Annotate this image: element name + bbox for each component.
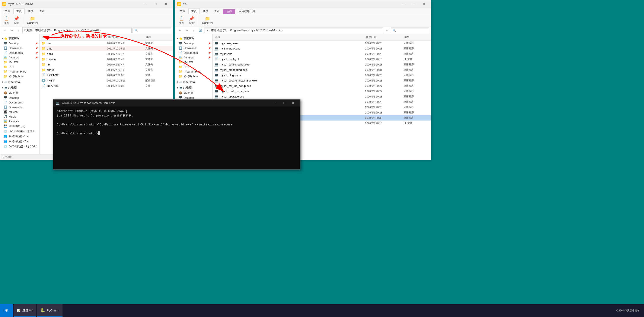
sidebar-item-dvd-e-1[interactable]: 💿DVD 驱动器 (E:) CDI xyxy=(0,129,40,134)
file-row-mysql-embedded[interactable]: 💻 mysql_embedded.exe 2020/6/2 20:31 应用程序 xyxy=(212,67,431,72)
search-box-1[interactable]: 🔍 xyxy=(132,28,171,33)
new-folder-btn-1[interactable]: 📁新建文件夹 xyxy=(25,15,40,26)
sidebar-item-downloads2-1[interactable]: ⬇️Downloads xyxy=(0,105,40,110)
up-btn-2[interactable]: ↑ xyxy=(190,27,196,33)
tab-home-2[interactable]: 主页 xyxy=(188,8,200,14)
tab-manage-2[interactable]: 管理 xyxy=(223,10,235,14)
file-row-readme[interactable]: 📄 README 2020/6/2 19:05 文件 xyxy=(40,83,173,88)
back-btn-1[interactable]: ← xyxy=(2,27,8,33)
maximize-button-1[interactable]: □ xyxy=(151,0,161,8)
onedrive-header-1[interactable]: ▾ ☁️ OneDrive xyxy=(0,80,40,84)
file-row-mysql-plugin[interactable]: 💻 mysql_plugin.exe 2020/6/2 20:28 应用程序 xyxy=(212,72,431,78)
tab-share-2[interactable]: 共享 xyxy=(200,8,211,14)
forward-btn-2[interactable]: → xyxy=(184,27,190,33)
sidebar-item-ppt-2[interactable]: 📁PPT xyxy=(175,64,212,69)
file-row-docs[interactable]: 📁 docs 2020/6/2 20:47 文件夹 xyxy=(40,51,173,56)
cmd-maximize-btn[interactable]: □ xyxy=(280,100,288,106)
address-path-1[interactable]: 此电脑 › 本地磁盘 (C:) › Program Files › mysql-… xyxy=(22,28,132,33)
copy-btn-1[interactable]: 📋复制 xyxy=(2,15,11,26)
sidebar-item-pictures-2[interactable]: 🖼️Pictures📌 xyxy=(175,55,212,60)
file-row-mysql-secure[interactable]: 💻 mysql_secure_installation.exe 2020/6/2… xyxy=(212,78,431,83)
sidebar-item-luffy-2[interactable]: 📁路飞Python xyxy=(175,74,212,79)
search-box-2[interactable]: 🔍 xyxy=(391,28,429,33)
taskbar-item-pycharm[interactable]: 🐍 PyCharm xyxy=(37,304,62,317)
col-type-1[interactable]: 类型 xyxy=(145,35,171,40)
file-row-mysql-ssl[interactable]: 💻 mysql_ssl_rsa_setup.exe 2020/6/2 20:27… xyxy=(212,83,431,88)
file-row-mysql-config-editor[interactable]: 💻 mysql_config_editor.exe 2020/6/2 20:28… xyxy=(212,62,431,67)
sidebar-item-desktop2-1[interactable]: 🖥️Desktop xyxy=(0,95,40,100)
address-path-2[interactable]: ✦ › 本地磁盘 (C:) › Program Files › mysql-5.… xyxy=(204,28,383,33)
file-row-lib[interactable]: 📁 lib 2020/6/2 20:47 文件夹 xyxy=(40,62,173,67)
file-row-mysql-config-pl[interactable]: 📄 mysql_config.pl 2020/6/2 20:18 PL 文件 xyxy=(212,56,431,62)
sidebar-item-net-y-1[interactable]: 🌐网络驱动器 (Y:) xyxy=(0,134,40,139)
file-row-license[interactable]: 📄 LICENSE 2020/6/2 19:05 文件 xyxy=(40,72,173,78)
sidebar-item-dvd-e2-1[interactable]: 💿DVD 驱动器 (E:) CDR( xyxy=(0,144,40,149)
sidebar-item-ppt-1[interactable]: 📁PPT xyxy=(0,64,40,69)
tab-app-tools-2[interactable]: 应用程序工具 xyxy=(236,8,258,14)
maximize-button-2[interactable]: □ xyxy=(409,0,419,8)
close-button-2[interactable]: ✕ xyxy=(419,0,429,8)
refresh-btn-2[interactable]: 🔄 xyxy=(198,27,203,33)
minimize-button-1[interactable]: ─ xyxy=(140,0,150,8)
start-button[interactable]: ⊞ xyxy=(0,304,13,317)
quick-access-header-1[interactable]: ▾ ⭐ 快速访问 xyxy=(0,36,40,41)
back-btn-2[interactable]: ← xyxy=(177,27,183,33)
sidebar-item-macos-1[interactable]: 📁MacOS xyxy=(0,60,40,64)
close-button-1[interactable]: ✕ xyxy=(161,0,171,8)
up-btn-1[interactable]: ↑ xyxy=(16,27,22,33)
file-row-mysumlog[interactable]: 💻 mysumlog.exe 2020/6/2 20:28 应用程序 xyxy=(212,40,431,46)
sidebar-item-desktop-2[interactable]: 🖥️Desktop📌 xyxy=(175,41,212,46)
this-pc-header-2[interactable]: ▾ 💻 此电脑 xyxy=(175,85,212,90)
col-name-2[interactable]: 名称 xyxy=(214,35,365,40)
paste-btn-2[interactable]: 📌粘贴 xyxy=(187,15,196,26)
sidebar-item-luffy-1[interactable]: 📁路飞Python xyxy=(0,74,40,79)
col-name-1[interactable]: 名称 ▲ xyxy=(42,35,107,40)
cmd-minimize-btn[interactable]: ─ xyxy=(271,100,280,106)
col-date-2[interactable]: 修改日期 xyxy=(365,35,404,40)
sidebar-item-3d-1[interactable]: 📦3D 对象 xyxy=(0,90,40,95)
tab-share-1[interactable]: 共享 xyxy=(25,8,36,14)
forward-btn-1[interactable]: → xyxy=(9,27,15,33)
cmd-close-btn[interactable]: ✕ xyxy=(289,100,298,106)
sidebar-item-pictures-1[interactable]: 🖼️Pictures📌 xyxy=(0,55,40,60)
sidebar-item-net-z-1[interactable]: 🌐网络驱动器 (Z:) xyxy=(0,139,40,144)
file-row-include[interactable]: 📁 include 2020/6/2 20:47 文件夹 xyxy=(40,56,173,62)
file-row-mysql[interactable]: 💻 mysql.exe 2020/6/2 20:28 应用程序 xyxy=(212,51,431,56)
this-pc-header-1[interactable]: ▾ 💻 此电脑 xyxy=(0,85,40,90)
file-row-data[interactable]: 📁 data 2021/5/10 15:16 文件夹 xyxy=(40,46,173,51)
file-row-mysql-upgrade[interactable]: 💻 mysql_upgrade.exe 2020/6/2 20:28 应用程序 xyxy=(212,94,431,99)
file-row-bin[interactable]: 📁 bin 2020/6/2 20:49 文件夹 xyxy=(40,40,173,46)
file-row-myini[interactable]: ⚙️ my.ini 2021/5/10 15:13 配置设置 xyxy=(40,78,173,83)
sidebar-item-pictures2-1[interactable]: 🖼️Pictures xyxy=(0,119,40,124)
onedrive-header-2[interactable]: ▾ ☁️ OneDrive xyxy=(175,80,212,84)
taskbar-item-jinjin[interactable]: 📝 进进.md xyxy=(14,304,36,317)
copy-btn-2[interactable]: 📋复制 xyxy=(177,15,186,26)
sidebar-item-macos-2[interactable]: 📁MacOS xyxy=(175,60,212,64)
tab-home-1[interactable]: 主页 xyxy=(14,8,24,14)
col-type-2[interactable]: 类型 xyxy=(404,35,429,40)
file-row-myisampack[interactable]: 💻 myisampack.exe 2020/6/2 20:28 应用程序 xyxy=(212,46,431,51)
tab-file-2[interactable]: 文件 xyxy=(177,8,188,14)
tab-view-2[interactable]: 查看 xyxy=(212,8,222,14)
col-date-1[interactable]: 修改日期 xyxy=(107,35,145,40)
sidebar-item-music-1[interactable]: 🎵Music xyxy=(0,114,40,119)
tab-view-1[interactable]: 查看 xyxy=(36,8,48,14)
sidebar-item-downloads-1[interactable]: ⬇️Downloads📌 xyxy=(0,46,40,50)
file-row-share[interactable]: 📁 share 2020/6/2 20:49 文件夹 xyxy=(40,67,173,72)
tab-file-1[interactable]: 文件 xyxy=(2,8,13,14)
sidebar-item-programfiles-1[interactable]: 📁Program Files xyxy=(0,69,40,74)
minimize-button-2[interactable]: ─ xyxy=(399,0,409,8)
sidebar-item-documents2-1[interactable]: 📄Documents xyxy=(0,100,40,105)
sidebar-item-programfiles-2[interactable]: 📁Program Files xyxy=(175,69,212,74)
expand-path-2[interactable]: ▾ xyxy=(384,27,390,33)
sidebar-item-downloads-2[interactable]: ⬇️Downloads📌 xyxy=(175,46,212,50)
new-folder-btn-2[interactable]: 📁新建文件夹 xyxy=(200,15,215,26)
paste-btn-1[interactable]: 📌粘贴 xyxy=(12,15,21,26)
file-row-mysql-tzinfo[interactable]: 💻 mysql_tzinfo_to_sql.exe 2020/6/2 20:27… xyxy=(212,88,431,94)
sidebar-item-documents-2[interactable]: 📄Documents📌 xyxy=(175,50,212,55)
sidebar-item-movies-1[interactable]: 🎬Movies xyxy=(0,110,40,114)
sidebar-item-desktop-1[interactable]: 🖥️Desktop📌 xyxy=(0,41,40,46)
sidebar-item-3d-2[interactable]: 📦3D 对象 xyxy=(175,90,212,95)
quick-access-header-2[interactable]: ▾ ⭐ 快速访问 xyxy=(175,36,212,41)
sidebar-item-documents-1[interactable]: 📄Documents📌 xyxy=(0,50,40,55)
